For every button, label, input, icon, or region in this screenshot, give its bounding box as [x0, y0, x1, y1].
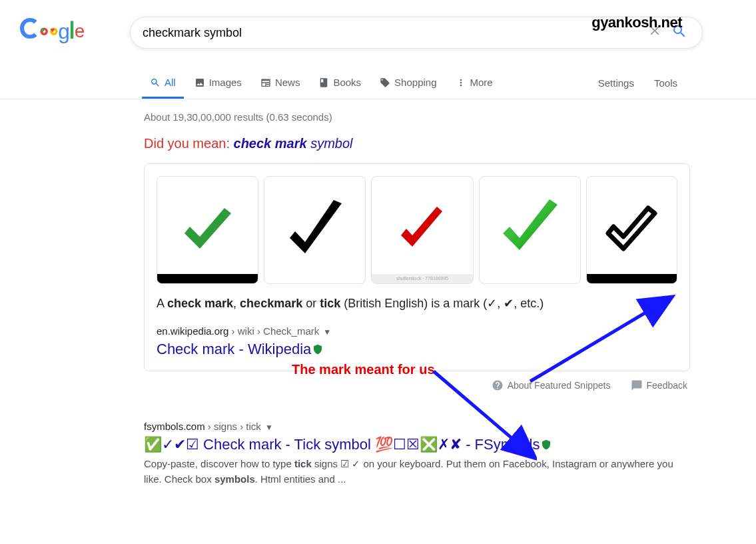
search-input[interactable] — [143, 26, 641, 40]
annotation-arrow-up-icon — [517, 288, 683, 395]
tab-shopping[interactable]: Shopping — [372, 67, 444, 99]
thumb-green-check[interactable] — [157, 176, 258, 284]
thumb-red-check[interactable]: shutterstock · 778196995 — [371, 176, 473, 284]
tab-images-label: Images — [209, 77, 242, 88]
svg-text:♥: ♥ — [41, 26, 45, 34]
settings-link[interactable]: Settings — [598, 77, 634, 89]
tab-books-label: Books — [333, 77, 361, 88]
tab-news-label: News — [275, 77, 300, 88]
svg-line-10 — [434, 371, 534, 457]
tab-more[interactable]: More — [448, 67, 501, 99]
svg-text:e: e — [75, 21, 85, 41]
thumb-black-check[interactable] — [264, 176, 366, 284]
watermark-label: gyankosh.net — [591, 14, 682, 31]
snippet-title-link[interactable]: Check mark - Wikipedia — [157, 341, 323, 357]
tab-images[interactable]: Images — [187, 67, 250, 99]
tab-all-label: All — [165, 77, 176, 88]
tab-news[interactable]: News — [252, 67, 308, 99]
svg-text:♥: ♥ — [50, 26, 55, 34]
search-bar[interactable]: gyankosh.net — [130, 17, 703, 49]
cite-dropdown-icon[interactable]: ▼ — [323, 327, 331, 337]
did-you-mean: Did you mean: check mark symbol — [144, 136, 699, 151]
google-logo[interactable]: ♥♥ge — [20, 18, 100, 48]
tab-shopping-label: Shopping — [394, 77, 436, 88]
dym-suggestion-link[interactable]: check mark — [234, 136, 307, 151]
annotation-arrow-down-icon — [364, 363, 537, 463]
dym-suffix: symbol — [307, 136, 353, 151]
tab-all[interactable]: All — [142, 67, 184, 99]
cite-dropdown-icon[interactable]: ▼ — [265, 423, 273, 432]
dym-label: Did you mean: — [144, 136, 234, 151]
thumb-outline-check[interactable] — [586, 176, 677, 284]
tab-more-label: More — [470, 77, 493, 88]
tools-link[interactable]: Tools — [654, 77, 677, 89]
result-stats: About 19,30,00,000 results (0.63 seconds… — [144, 111, 699, 123]
svg-line-9 — [530, 298, 670, 381]
tab-books[interactable]: Books — [310, 67, 369, 99]
svg-text:g: g — [58, 19, 70, 43]
verified-badge-icon — [541, 437, 552, 454]
thumb-green-glossy-check[interactable] — [479, 176, 581, 284]
verified-badge-icon — [312, 341, 323, 359]
svg-rect-7 — [71, 21, 73, 38]
